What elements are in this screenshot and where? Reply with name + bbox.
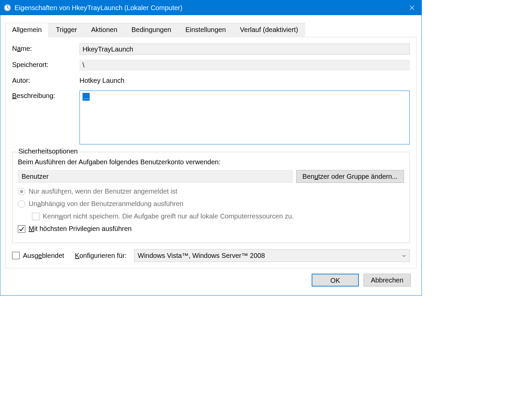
checkbox-icon bbox=[18, 225, 25, 233]
tab-trigger[interactable]: Trigger bbox=[49, 23, 84, 37]
name-input[interactable] bbox=[80, 43, 410, 55]
checkbox-icon bbox=[12, 252, 20, 259]
security-options-title: Sicherheitsoptionen bbox=[17, 147, 80, 155]
cancel-button[interactable]: Abbrechen bbox=[364, 274, 411, 287]
radio-run-regardless[interactable]: Unabhängig von der Benutzeranmeldung aus… bbox=[18, 200, 404, 208]
window-title: Eigenschaften von HkeyTrayLaunch (Lokale… bbox=[14, 4, 403, 12]
location-value: \ bbox=[80, 60, 410, 71]
tab-panel-allgemein: Name: Speicherort: \ Autor: Hotkey Launc… bbox=[5, 37, 417, 268]
radio-icon bbox=[18, 200, 25, 208]
name-label: Name: bbox=[12, 43, 80, 53]
radio-icon bbox=[18, 188, 25, 195]
tab-bedingungen[interactable]: Bedingungen bbox=[124, 23, 178, 37]
tab-einstellungen[interactable]: Einstellungen bbox=[178, 23, 233, 37]
tab-aktionen[interactable]: Aktionen bbox=[84, 23, 124, 37]
title-bar: Eigenschaften von HkeyTrayLaunch (Lokale… bbox=[0, 0, 421, 15]
checkbox-hidden[interactable]: Ausgeblendet bbox=[12, 252, 64, 260]
radio-run-when-logged-on[interactable]: Nur ausführen, wenn der Benutzer angemel… bbox=[18, 188, 404, 195]
tab-allgemein[interactable]: Allgemein bbox=[5, 23, 49, 37]
close-button[interactable] bbox=[403, 0, 421, 15]
description-textarea[interactable]: ... bbox=[80, 91, 410, 144]
configure-for-dropdown[interactable]: Windows Vista™, Windows Server™ 2008 bbox=[134, 249, 410, 262]
tab-strip: Allgemein Trigger Aktionen Bedingungen E… bbox=[5, 23, 417, 37]
description-label: Beschreibung: bbox=[12, 91, 80, 100]
security-options-group: Sicherheitsoptionen Beim Ausführen der A… bbox=[12, 152, 410, 243]
dropdown-value: Windows Vista™, Windows Server™ 2008 bbox=[138, 252, 265, 260]
tab-verlauf[interactable]: Verlauf (deaktiviert) bbox=[233, 23, 305, 37]
account-value: Benutzer bbox=[18, 170, 293, 183]
ok-button[interactable]: OK bbox=[312, 274, 359, 287]
dialog-content: Allgemein Trigger Aktionen Bedingungen E… bbox=[0, 15, 421, 295]
configure-for-label: Konfigurieren für: bbox=[75, 252, 126, 260]
properties-dialog: Eigenschaften von HkeyTrayLaunch (Lokale… bbox=[0, 0, 422, 296]
dialog-footer: OK Abbrechen bbox=[5, 268, 417, 292]
checkbox-icon bbox=[32, 213, 39, 220]
task-scheduler-icon bbox=[4, 4, 11, 11]
checkbox-no-store-password[interactable]: Kennwort nicht speichern. Die Aufgabe gr… bbox=[32, 212, 404, 220]
change-user-button[interactable]: Benutzer oder Gruppe ändern... bbox=[296, 170, 404, 183]
author-label: Autor: bbox=[12, 75, 80, 85]
account-label: Beim Ausführen der Aufgaben folgendes Be… bbox=[18, 158, 404, 166]
author-value: Hotkey Launch bbox=[80, 75, 410, 86]
chevron-down-icon bbox=[402, 252, 406, 260]
location-label: Speicherort: bbox=[12, 60, 80, 69]
checkbox-highest-privileges[interactable]: Mit höchsten Privilegien ausführen bbox=[18, 225, 404, 233]
